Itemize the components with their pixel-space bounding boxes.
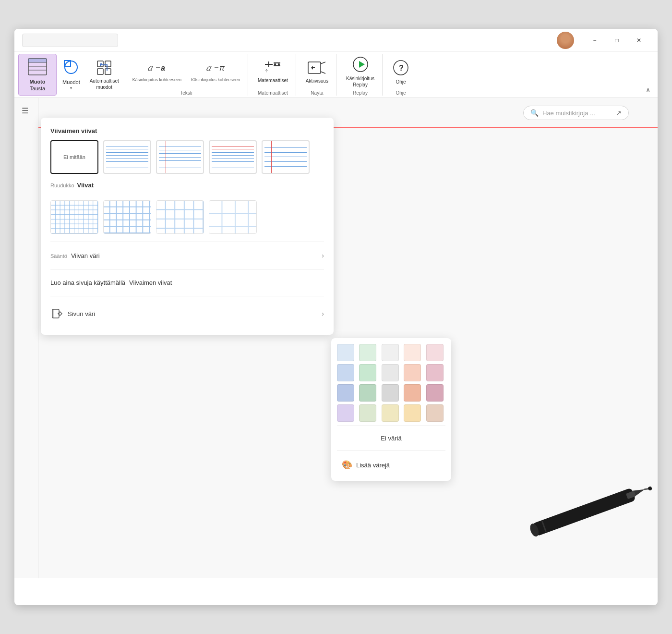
- paper-line: [212, 152, 254, 153]
- paper-line: [106, 146, 148, 146]
- grid-option-2[interactable]: [103, 200, 151, 234]
- color-swatch-0[interactable]: [337, 344, 354, 361]
- ribbon-btn-muoto[interactable]: Muoto Tausta: [18, 54, 57, 96]
- matemaattiset-group: ÷ Matemaattiset Matemaattiset: [250, 54, 296, 96]
- avatar-image: [557, 32, 574, 49]
- paper-line: [106, 165, 148, 165]
- page-color-icon: [50, 307, 64, 320]
- maximize-button[interactable]: □: [606, 33, 628, 48]
- page-color-row[interactable]: Sivun väri ›: [50, 302, 324, 325]
- ribbon: Muoto Tausta Muodot ▾: [14, 52, 658, 98]
- svg-rect-4: [28, 59, 47, 62]
- color-swatch-12[interactable]: [382, 384, 399, 402]
- lined-paper-4: [263, 141, 309, 173]
- matemaattiset-group-label: Matemaattiset: [258, 90, 288, 96]
- line-option-2[interactable]: [156, 140, 204, 174]
- ribbon-btn-muodot[interactable]: Muodot ▾: [59, 54, 84, 96]
- paper-line: [106, 158, 148, 159]
- svg-text:𝑎: 𝑎: [206, 63, 212, 73]
- muodot-icon: [63, 60, 79, 78]
- no-color-button[interactable]: Ei väriä: [337, 430, 445, 447]
- panel-divider-2: [50, 269, 324, 269]
- paper-line: [106, 168, 148, 168]
- red-margin-line2: [271, 141, 272, 173]
- page-search[interactable]: 🔍 Hae muistikirjoja ... ↗: [523, 106, 629, 120]
- kasinkirjoitus-replay-label1: Käsinkirjoitus: [346, 76, 374, 81]
- line-option-1[interactable]: [103, 140, 151, 174]
- ribbon-collapse-button[interactable]: ∧: [642, 84, 654, 96]
- paper-line: [106, 149, 148, 149]
- minimize-button[interactable]: −: [584, 33, 606, 48]
- add-color-button[interactable]: 🎨 Lisää värejä: [337, 455, 445, 475]
- svg-text:a: a: [161, 64, 165, 72]
- lined-paper-2: [157, 141, 203, 173]
- line-option-3[interactable]: [209, 140, 257, 174]
- lined-paper-1: [104, 141, 150, 173]
- line-option-4[interactable]: [262, 140, 310, 174]
- color-swatch-3[interactable]: [404, 344, 421, 361]
- grid-options: [50, 200, 324, 234]
- automaattiset-label2: muodot: [96, 85, 112, 90]
- kasinkirjoitus2-label: Käsinkirjoitus kohteeseen: [191, 78, 240, 83]
- no-lines-label: Ei mitään: [63, 154, 85, 160]
- color-row-label: Viivan väri: [71, 252, 100, 259]
- svg-point-20: [278, 63, 280, 65]
- close-button[interactable]: ✕: [628, 33, 650, 48]
- color-swatch-6[interactable]: [359, 364, 376, 381]
- ribbon-btn-kasinkirjoitus1[interactable]: 𝑎 a Käsinkirjoitus kohteeseen: [129, 59, 185, 85]
- ohje-icon: ?: [392, 59, 409, 78]
- title-bar: − □ ✕: [14, 29, 658, 52]
- page-color-label: Sivun väri: [68, 310, 322, 317]
- line-option-none[interactable]: Ei mitään: [50, 140, 98, 174]
- color-divider2: [337, 451, 445, 451]
- page-color-chevron-icon: ›: [322, 310, 324, 317]
- svg-text:?: ?: [399, 64, 404, 72]
- avatar[interactable]: [557, 32, 574, 49]
- color-swatch-1[interactable]: [359, 344, 376, 361]
- replay-icon: [352, 56, 369, 75]
- svg-rect-29: [532, 488, 636, 536]
- ribbon-btn-ohje[interactable]: ? Ohje: [388, 57, 413, 86]
- color-swatch-8[interactable]: [404, 364, 421, 381]
- muoto-label: Muoto: [30, 79, 46, 85]
- nayta-group: Aktiivisuus Näytä: [298, 54, 336, 96]
- color-swatch-17[interactable]: [382, 404, 399, 422]
- ribbon-btn-aktiivisuus[interactable]: Aktiivisuus: [302, 58, 332, 85]
- grid-option-1[interactable]: [50, 200, 98, 234]
- color-divider: [337, 426, 445, 426]
- line-options: Ei mitään: [50, 140, 324, 174]
- paper-line: [212, 165, 254, 165]
- color-swatch-13[interactable]: [404, 384, 421, 402]
- color-row-subtitle: Sääntö: [50, 253, 67, 259]
- color-row[interactable]: Sääntö Viivan väri ›: [50, 248, 324, 263]
- teksti-group: 𝑎 a Käsinkirjoitus kohteeseen 𝑎: [125, 54, 248, 96]
- color-swatch-10[interactable]: [337, 384, 354, 402]
- color-swatch-5[interactable]: [337, 364, 354, 381]
- color-swatch-7[interactable]: [382, 364, 399, 381]
- grid-option-3[interactable]: [156, 200, 204, 234]
- title-search-box[interactable]: [22, 34, 118, 47]
- muodot-label: Muodot: [62, 79, 80, 85]
- sidebar-icon-menu[interactable]: ☰: [16, 102, 34, 119]
- ribbon-btn-automaattiset[interactable]: Automaattiset muodot: [86, 54, 123, 96]
- kasinkirjoitus1-label: Käsinkirjoitus kohteeseen: [132, 78, 181, 83]
- color-swatch-11[interactable]: [359, 384, 376, 402]
- ribbon-btn-matemaattiset[interactable]: ÷ Matemaattiset: [254, 59, 292, 85]
- ribbon-content: Muoto Tausta Muodot ▾: [14, 52, 658, 98]
- automaattiset-label1: Automaattiset: [90, 78, 119, 84]
- color-swatch-14[interactable]: [426, 384, 444, 402]
- ribbon-btn-kasinkirjoitus2[interactable]: 𝑎 π Käsinkirjoitus kohteeseen: [187, 59, 244, 85]
- color-swatch-18[interactable]: [404, 404, 421, 422]
- color-swatch-16[interactable]: [359, 404, 376, 422]
- grid-option-4[interactable]: [209, 200, 257, 234]
- paper-line: [212, 168, 254, 168]
- expand-icon[interactable]: ↗: [616, 109, 622, 117]
- page-search-icon: 🔍: [530, 109, 539, 117]
- color-swatch-15[interactable]: [337, 404, 354, 422]
- color-swatch-9[interactable]: [426, 364, 444, 381]
- color-swatch-19[interactable]: [426, 404, 444, 422]
- paper-line: [106, 161, 148, 162]
- ribbon-btn-replay[interactable]: Käsinkirjoitus Replay: [342, 54, 378, 89]
- color-swatch-2[interactable]: [382, 344, 399, 361]
- color-swatch-4[interactable]: [426, 344, 444, 361]
